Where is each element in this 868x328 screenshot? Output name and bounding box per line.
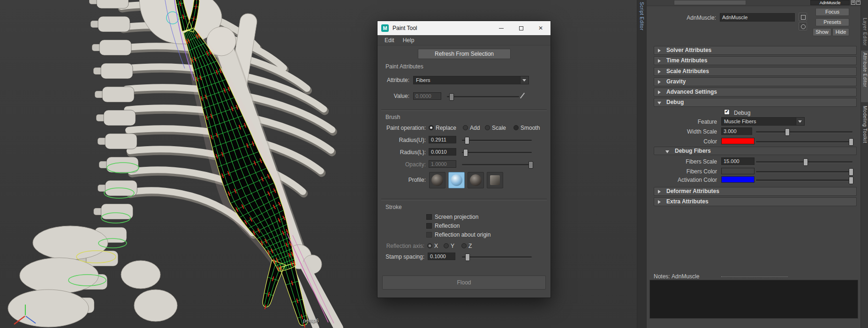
minimize-button[interactable] bbox=[491, 21, 511, 35]
paint-operation-label: Paint operation: bbox=[377, 125, 426, 131]
slider-handle[interactable] bbox=[849, 168, 853, 176]
slider-handle[interactable] bbox=[785, 128, 790, 136]
close-button[interactable]: ✕ bbox=[531, 21, 551, 35]
section-gravity[interactable]: Gravity bbox=[654, 77, 857, 86]
section-deformer-attributes[interactable]: Deformer Attributes bbox=[654, 187, 857, 196]
dialog-title: Paint Tool bbox=[392, 25, 417, 31]
radio-scale-label: Scale bbox=[492, 125, 506, 131]
expand-arrow-icon bbox=[658, 190, 661, 194]
maya-workspace: persp6 Script Editor AdnMuscle AdnMuscle… bbox=[0, 0, 868, 328]
ae-tab-adnmuscle[interactable]: AdnMuscle bbox=[810, 0, 850, 5]
slider-handle[interactable] bbox=[849, 177, 853, 184]
profile-soft-button[interactable] bbox=[448, 172, 465, 188]
show-button[interactable]: Show bbox=[813, 28, 831, 36]
script-editor-strip: Script Editor bbox=[637, 0, 647, 328]
radio-smooth[interactable] bbox=[513, 125, 519, 130]
attribute-dropdown[interactable]: Fibers bbox=[413, 76, 529, 84]
fibers-scale-field[interactable] bbox=[721, 157, 755, 165]
presets-button[interactable]: Presets bbox=[815, 18, 849, 26]
tab-list-icon[interactable] bbox=[851, 0, 855, 5]
dock-tab-attribute-editor[interactable]: Attribute Editor bbox=[862, 52, 868, 87]
menu-help[interactable]: Help bbox=[399, 37, 419, 44]
profile-solid-button[interactable] bbox=[468, 172, 484, 188]
dock-tab-modeling-toolkit[interactable]: Modeling Toolkit bbox=[862, 106, 868, 143]
fibers-scale-slider[interactable] bbox=[756, 161, 853, 163]
reflection-about-origin-label: Reflection about origin bbox=[435, 231, 491, 238]
slider-handle[interactable] bbox=[465, 137, 469, 144]
profile-gaussian-button[interactable] bbox=[429, 172, 445, 188]
reflection-label: Reflection bbox=[435, 223, 460, 229]
radio-replace[interactable] bbox=[429, 125, 434, 130]
menu-edit[interactable]: Edit bbox=[380, 37, 399, 44]
radius-l-slider[interactable] bbox=[462, 152, 532, 153]
camera-label: persp6 bbox=[303, 318, 319, 323]
axis-gizmo bbox=[10, 303, 38, 327]
activation-color-label: Activation Color bbox=[647, 177, 717, 183]
opacity-slider bbox=[462, 164, 532, 165]
script-editor-tab[interactable]: Script Editor bbox=[639, 2, 644, 30]
radio-add bbox=[463, 125, 468, 130]
activation-color-slider[interactable] bbox=[756, 179, 853, 181]
slider-pencil-icon[interactable] bbox=[520, 93, 525, 98]
debug-color-swatch[interactable] bbox=[721, 138, 755, 144]
section-extra-attributes[interactable]: Extra Attributes bbox=[654, 197, 857, 206]
minimize-icon bbox=[499, 28, 504, 29]
hide-button[interactable]: Hide bbox=[832, 28, 849, 36]
radius-l-field[interactable] bbox=[429, 148, 456, 156]
dialog-titlebar[interactable]: M Paint Tool ✕ bbox=[377, 21, 551, 35]
value-field: 0.0000 bbox=[413, 92, 441, 100]
focus-button[interactable]: Focus bbox=[815, 8, 849, 16]
ae-tab-hidden[interactable] bbox=[674, 0, 746, 5]
width-scale-field[interactable] bbox=[721, 127, 752, 135]
slider-handle[interactable] bbox=[803, 158, 808, 166]
slider-handle[interactable] bbox=[465, 253, 470, 261]
value-label: Value: bbox=[377, 93, 409, 99]
reflection-checkbox[interactable] bbox=[426, 223, 432, 229]
section-debug-fibers[interactable]: Debug Fibers bbox=[654, 147, 857, 155]
close-icon: ✕ bbox=[538, 25, 543, 31]
paint-tool-dialog: M Paint Tool ✕ Edit Help Refresh From Se… bbox=[377, 21, 551, 298]
axis-x-label: X bbox=[434, 243, 438, 249]
notes-textarea[interactable] bbox=[649, 280, 858, 319]
node-name-field[interactable] bbox=[720, 13, 795, 22]
expand-arrow-icon bbox=[658, 80, 661, 84]
section-time-attributes[interactable]: Time Attributes bbox=[654, 56, 857, 65]
slider-handle[interactable] bbox=[463, 149, 468, 157]
section-advanced-settings[interactable]: Advanced Settings bbox=[654, 88, 857, 97]
debug-checkbox[interactable] bbox=[724, 109, 730, 115]
collapse-arrow-icon bbox=[665, 150, 669, 153]
section-debug[interactable]: Debug bbox=[654, 98, 857, 107]
width-scale-slider[interactable] bbox=[756, 131, 853, 133]
color-slider[interactable] bbox=[756, 141, 853, 142]
fibers-color-slider[interactable] bbox=[756, 171, 853, 172]
screen-projection-checkbox[interactable] bbox=[426, 214, 432, 220]
stroke-section-label: Stroke bbox=[385, 204, 402, 210]
feature-dropdown[interactable]: Muscle Fibers bbox=[721, 117, 805, 126]
activation-color-swatch[interactable] bbox=[721, 176, 755, 183]
axis-y-radio bbox=[444, 243, 449, 248]
maximize-button[interactable] bbox=[511, 21, 531, 35]
axis-y-label: Y bbox=[451, 243, 454, 249]
radius-u-field[interactable] bbox=[429, 136, 456, 143]
pin-node-icon[interactable] bbox=[799, 22, 807, 30]
select-node-icon[interactable] bbox=[799, 13, 807, 21]
slider-handle bbox=[449, 93, 454, 101]
profile-square-button[interactable] bbox=[487, 172, 503, 188]
color-label: Color bbox=[647, 138, 717, 145]
section-scale-attributes[interactable]: Scale Attributes bbox=[654, 67, 857, 76]
tab-menu-icon[interactable] bbox=[856, 0, 860, 5]
stamp-spacing-slider[interactable] bbox=[462, 256, 532, 258]
dock-tab-layer-editor[interactable]: Layer Editor bbox=[862, 18, 868, 46]
fibers-color-swatch[interactable] bbox=[721, 168, 755, 174]
slider-handle[interactable] bbox=[849, 138, 853, 146]
refresh-from-selection-button[interactable]: Refresh From Selection bbox=[418, 49, 511, 59]
maya-logo-icon: M bbox=[381, 24, 389, 32]
section-solver-attributes[interactable]: Solver Attributes bbox=[654, 46, 857, 55]
profile-solid-icon bbox=[470, 174, 482, 186]
radius-u-slider[interactable] bbox=[462, 140, 532, 141]
opacity-label: Opacity: bbox=[377, 161, 426, 168]
profile-square-icon bbox=[490, 175, 500, 185]
stamp-spacing-field[interactable] bbox=[428, 253, 455, 260]
collapse-arrow-icon bbox=[657, 102, 661, 104]
reflection-axis-label: Reflection axis: bbox=[377, 243, 424, 249]
